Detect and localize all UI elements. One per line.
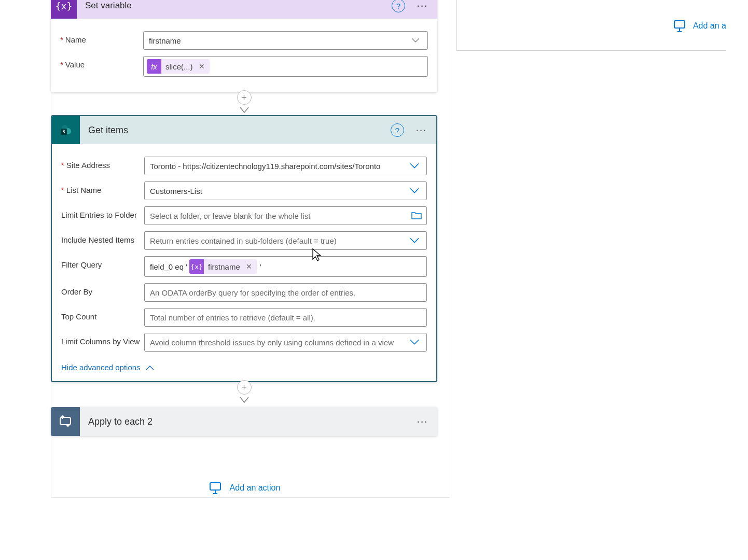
add-action-label: Add an action [230, 483, 281, 493]
limit-columns-placeholder: Avoid column threshold issues by only us… [150, 338, 394, 347]
card-header-apply-to-each[interactable]: Apply to each 2 ··· [51, 407, 437, 436]
help-icon[interactable]: ? [392, 0, 405, 12]
expression-token[interactable]: fx slice(...) ✕ [147, 59, 210, 74]
arrow-down-icon [240, 397, 249, 399]
add-action-button[interactable]: Add an action [51, 481, 437, 495]
label-limit-columns: Limit Columns by View [61, 333, 144, 346]
label-site-address: Site Address [61, 157, 144, 170]
connector: + [51, 382, 437, 407]
card-title: Set variable [77, 1, 392, 11]
card-title: Apply to each 2 [80, 416, 413, 427]
limit-columns-dropdown[interactable]: Avoid column threshold issues by only us… [144, 333, 427, 352]
more-menu-icon[interactable]: ··· [412, 121, 430, 139]
add-step-button[interactable]: + [237, 90, 252, 105]
right-add-label: Add an a [693, 21, 726, 31]
filter-pretext: field_0 eq ' [148, 262, 188, 271]
token-label: firstname [204, 262, 243, 271]
variable-token[interactable]: {x} firstname ✕ [189, 259, 257, 274]
top-count-input[interactable]: Total number of entries to retrieve (def… [144, 308, 427, 327]
name-value: firstname [149, 36, 181, 45]
label-order-by: Order By [61, 283, 144, 296]
hide-advanced-toggle[interactable]: Hide advanced options [61, 363, 154, 372]
card-title: Get items [80, 125, 391, 136]
loop-icon [51, 407, 80, 436]
label-top-count: Top Count [61, 308, 144, 321]
chevron-down-icon[interactable] [408, 188, 421, 194]
list-name-value: Customers-List [150, 187, 202, 195]
svg-rect-5 [210, 483, 220, 490]
svg-rect-6 [674, 21, 685, 28]
variable-icon: {x} [51, 0, 77, 19]
label-list-name: List Name [61, 181, 144, 194]
more-menu-icon[interactable]: ··· [413, 0, 431, 15]
token-remove-icon[interactable]: ✕ [243, 263, 255, 270]
chevron-down-icon[interactable] [408, 163, 421, 169]
add-action-icon [672, 19, 687, 33]
label-name: Name [60, 31, 143, 44]
value-input[interactable]: fx slice(...) ✕ [143, 56, 428, 77]
svg-rect-4 [60, 417, 71, 425]
token-label: slice(...) [161, 62, 196, 71]
more-menu-icon[interactable]: ··· [413, 413, 431, 430]
label-limit-folder: Limit Entries to Folder [61, 206, 144, 219]
label-include-nested: Include Nested Items [61, 231, 144, 244]
add-step-button[interactable]: + [237, 380, 252, 395]
list-name-dropdown[interactable]: Customers-List [144, 181, 427, 200]
card-header-set-variable[interactable]: {x} Set variable ? ··· [51, 0, 437, 19]
include-nested-placeholder: Return entries contained in sub-folders … [150, 236, 337, 245]
chevron-down-icon[interactable] [408, 238, 421, 244]
token-remove-icon[interactable]: ✕ [196, 63, 207, 70]
hide-advanced-label: Hide advanced options [61, 363, 141, 372]
svg-text:S: S [62, 129, 65, 134]
arrow-down-icon [240, 107, 249, 109]
sharepoint-icon: S [52, 116, 80, 144]
card-header-get-items[interactable]: S Get items ? ··· [52, 116, 436, 144]
site-address-dropdown[interactable]: Toronto - https://citizentechnology119.s… [144, 157, 427, 175]
right-add-action-button[interactable]: Add an a [672, 19, 726, 33]
filter-posttext: ' [258, 262, 262, 271]
label-filter-query: Filter Query [61, 256, 144, 269]
chevron-down-icon[interactable] [409, 38, 422, 43]
label-value: Value [60, 56, 143, 69]
right-panel: Add an a [456, 0, 726, 51]
add-action-icon [208, 481, 223, 495]
filter-query-input[interactable]: field_0 eq ' {x} firstname ✕ ' [144, 256, 427, 277]
chevron-up-icon [146, 365, 154, 370]
include-nested-dropdown[interactable]: Return entries contained in sub-folders … [144, 231, 427, 250]
folder-picker-icon[interactable] [411, 211, 422, 220]
help-icon[interactable]: ? [391, 123, 404, 137]
limit-folder-input[interactable]: Select a folder, or leave blank for the … [144, 206, 427, 225]
fx-icon: fx [147, 59, 161, 74]
order-by-input[interactable]: An ODATA orderBy query for specifying th… [144, 283, 427, 302]
order-by-placeholder: An ODATA orderBy query for specifying th… [150, 288, 355, 297]
chevron-down-icon[interactable] [408, 340, 421, 345]
name-dropdown[interactable]: firstname [143, 31, 428, 50]
top-count-placeholder: Total number of entries to retrieve (def… [150, 313, 315, 322]
site-address-value: Toronto - https://citizentechnology119.s… [150, 162, 380, 171]
variable-icon: {x} [189, 259, 204, 274]
limit-folder-placeholder: Select a folder, or leave blank for the … [150, 212, 310, 220]
connector: + [51, 92, 437, 115]
